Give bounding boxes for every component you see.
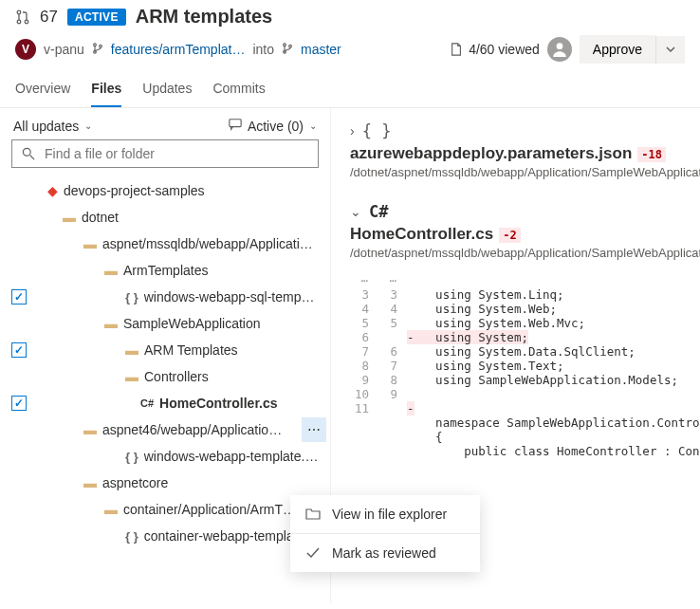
- svg-point-6: [284, 43, 286, 46]
- tree-folder[interactable]: ▬ dotnet: [0, 204, 330, 231]
- folder-icon: ▬: [83, 475, 97, 490]
- tab-files[interactable]: Files: [91, 73, 121, 107]
- file-block-collapsed: › { } azurewebappdeploy.parameters.json-…: [350, 121, 700, 179]
- search-input[interactable]: [43, 145, 308, 162]
- tree-folder[interactable]: ▬ SampleWebApplication: [0, 310, 330, 337]
- file-tree-panel: All updates ⌄ Active (0) ⌄ ◆ devops-proj…: [0, 108, 330, 603]
- diff-view: ⋯⋯ 33 using System.Linq; 44 using System…: [350, 273, 700, 458]
- tree-folder[interactable]: ▬ aspnet46/webapp/Applicatio… ⋯: [0, 416, 330, 443]
- pr-title: ARM templates: [136, 6, 272, 28]
- repo-icon: ◆: [47, 183, 58, 198]
- tree-folder[interactable]: ▬ ArmTemplates: [0, 257, 330, 284]
- menu-mark-reviewed[interactable]: Mark as reviewed: [290, 534, 480, 572]
- tree-folder[interactable]: ▬ aspnetcore: [0, 470, 330, 496]
- menu-view-in-explorer[interactable]: View in file explorer: [290, 495, 480, 533]
- search-icon: [22, 147, 35, 160]
- updates-dropdown[interactable]: All updates ⌄: [13, 119, 92, 134]
- file-path: /dotnet/aspnet/mssqldb/webapp/Applicatio…: [350, 246, 700, 260]
- csharp-icon: C#: [140, 397, 154, 409]
- svg-point-2: [25, 20, 28, 24]
- branch-icon: [282, 43, 293, 57]
- tab-commits[interactable]: Commits: [212, 73, 265, 107]
- folder-icon: ▬: [104, 316, 118, 331]
- json-icon: { }: [125, 450, 138, 464]
- reviewed-checkbox[interactable]: [11, 396, 27, 411]
- tree-folder[interactable]: ▬ ARM Templates: [0, 337, 330, 363]
- tree-folder[interactable]: ▬ container/Application/ArmT…: [0, 496, 330, 523]
- chevron-down-icon: ⌄: [84, 120, 92, 131]
- tree-file[interactable]: { } windows-webapp-sql-temp…: [0, 284, 330, 310]
- svg-point-5: [99, 45, 101, 47]
- file-name: azurewebappdeploy.parameters.json-18: [350, 144, 700, 163]
- file-path: /dotnet/aspnet/mssqldb/webapp/Applicatio…: [350, 165, 700, 179]
- approve-dropdown[interactable]: [655, 36, 685, 64]
- more-actions-button[interactable]: ⋯: [302, 417, 326, 442]
- context-menu: View in file explorer Mark as reviewed: [290, 495, 480, 572]
- collapse-icon[interactable]: ⌄: [350, 204, 361, 219]
- tree-folder[interactable]: ▬ Controllers: [0, 363, 330, 390]
- tree-repo-root[interactable]: ◆ devops-project-samples: [0, 177, 330, 204]
- pr-number: 67: [40, 8, 58, 27]
- folder-icon: ▬: [104, 263, 118, 278]
- folder-icon: ▬: [63, 210, 76, 225]
- viewed-count: 4/60 viewed: [450, 42, 540, 57]
- delta-badge: -2: [499, 228, 520, 243]
- csharp-icon: C#: [369, 202, 388, 221]
- file-block-expanded: ⌄ C# HomeController.cs-2 /dotnet/aspnet/…: [350, 202, 700, 458]
- chevron-down-icon: ⌄: [309, 120, 317, 131]
- folder-open-icon: [305, 507, 321, 522]
- svg-point-3: [93, 43, 96, 46]
- folder-icon: ▬: [104, 502, 118, 517]
- into-label: into: [252, 42, 274, 57]
- json-icon: { }: [362, 121, 392, 140]
- status-badge: ACTIVE: [67, 9, 126, 26]
- svg-point-0: [17, 10, 21, 14]
- git-pull-request-icon: [15, 9, 30, 25]
- author-avatar[interactable]: V: [15, 39, 36, 60]
- folder-icon: ▬: [83, 422, 97, 437]
- svg-point-11: [23, 148, 30, 156]
- json-icon: { }: [125, 290, 138, 304]
- approve-split-button: Approve: [580, 35, 685, 64]
- tree-file[interactable]: { } windows-webapp-template.…: [0, 443, 330, 470]
- folder-icon: ▬: [83, 236, 97, 251]
- target-branch[interactable]: master: [301, 42, 341, 57]
- pr-tabs: Overview Files Updates Commits: [0, 73, 700, 108]
- pr-header: 67 ACTIVE ARM templates: [0, 0, 700, 33]
- svg-point-8: [289, 45, 292, 47]
- tab-overview[interactable]: Overview: [15, 73, 70, 107]
- comments-dropdown[interactable]: Active (0) ⌄: [229, 118, 317, 134]
- svg-point-9: [556, 43, 562, 49]
- reviewer-avatar[interactable]: [547, 37, 572, 62]
- comment-icon: [229, 118, 242, 134]
- delta-badge: -18: [637, 147, 666, 162]
- author-name[interactable]: v-panu: [44, 42, 84, 57]
- file-search[interactable]: [11, 139, 319, 168]
- folder-icon: ▬: [125, 369, 138, 384]
- approve-button[interactable]: Approve: [580, 35, 655, 64]
- file-tree: ◆ devops-project-samples ▬ dotnet ▬ aspn…: [0, 177, 330, 603]
- svg-rect-10: [230, 120, 241, 127]
- json-icon: { }: [125, 529, 138, 544]
- pr-subheader: V v-panu features/armTemplat… into maste…: [0, 33, 700, 73]
- reviewed-checkbox[interactable]: [11, 342, 27, 358]
- tree-file[interactable]: C# HomeController.cs: [0, 390, 330, 416]
- tree-file[interactable]: { } container-webapp-templat…: [0, 523, 330, 549]
- tree-folder[interactable]: ▬ aspnet/mssqldb/webapp/Applicati…: [0, 231, 330, 257]
- source-branch[interactable]: features/armTemplat…: [111, 42, 246, 57]
- svg-point-1: [17, 20, 21, 24]
- reviewed-checkbox[interactable]: [11, 289, 27, 304]
- folder-icon: ▬: [125, 342, 138, 358]
- file-name: HomeController.cs-2: [350, 225, 700, 244]
- tab-updates[interactable]: Updates: [142, 73, 192, 107]
- branch-icon: [92, 43, 103, 57]
- check-icon: [305, 545, 321, 561]
- expand-icon[interactable]: ›: [350, 123, 355, 138]
